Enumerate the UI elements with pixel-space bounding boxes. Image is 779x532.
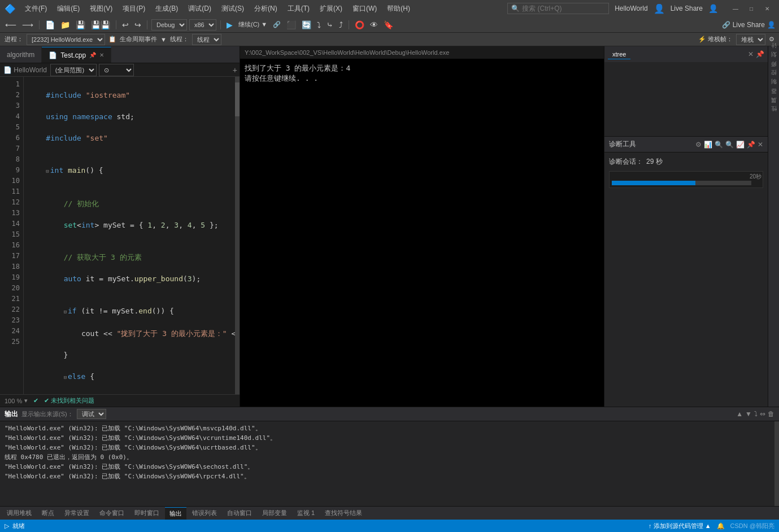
output-clear-btn[interactable]: 🗑 <box>768 410 774 418</box>
save-btn[interactable]: 💾 <box>74 19 87 30</box>
live-share-label[interactable]: Live Share <box>671 5 703 12</box>
bookmark-btn[interactable]: 🔖 <box>382 19 395 30</box>
xtree-close-btn[interactable]: ✕ <box>748 50 754 58</box>
diag-mem-btn[interactable]: 🔍 <box>715 141 723 149</box>
tab-find-symbol[interactable]: 查找符号结果 <box>320 507 367 520</box>
diag-settings-btn[interactable]: ⚙ <box>695 141 702 149</box>
menu-extensions[interactable]: 扩展(X) <box>315 3 347 15</box>
title-bar: 🔷 文件(F) 编辑(E) 视图(V) 项目(P) 生成(B) 调试(D) 测试… <box>0 0 779 17</box>
output-jump-btn[interactable]: ⤵ <box>754 410 758 418</box>
zoom-indicator[interactable]: 100 % ▾ <box>5 397 28 404</box>
menu-edit[interactable]: 编辑(E) <box>53 3 84 15</box>
right-tab-5[interactable]: 制 <box>769 85 779 94</box>
source-control-label[interactable]: ↑ 添加到源代码管理 ▲ <box>649 522 711 530</box>
new-file-btn[interactable]: 📄 <box>43 19 56 30</box>
tab-close-button[interactable]: ✕ <box>99 52 104 58</box>
xtree-pin-btn[interactable]: 📌 <box>756 50 764 58</box>
continue-btn[interactable]: 继续(C) ▼ <box>237 19 269 30</box>
stop-btn[interactable]: ⬛ <box>285 19 298 30</box>
diag-search-btn[interactable]: 🔍 <box>725 141 734 149</box>
save-all-btn[interactable]: 💾💾 <box>89 19 112 30</box>
menu-file[interactable]: 文件(F) <box>20 3 51 15</box>
output-wrap-btn[interactable]: ⇔ <box>760 410 765 418</box>
right-tab-7[interactable]: 属 <box>769 103 779 112</box>
diag-close-btn[interactable]: ✕ <box>758 141 763 149</box>
xtree-tab[interactable]: xtree <box>608 50 630 59</box>
thread-dropdown[interactable]: 线程 <box>192 34 221 45</box>
tab-command-window[interactable]: 命令窗口 <box>95 507 129 520</box>
right-tab-4[interactable]: 控 <box>769 76 779 85</box>
tab-immediate-window[interactable]: 即时窗口 <box>130 507 164 520</box>
restart-btn[interactable]: 🔄 <box>300 19 313 30</box>
live-share-button[interactable]: 🔗 Live Share 👤 <box>722 21 776 29</box>
step-out-btn[interactable]: ⤴ <box>337 19 345 30</box>
add-panel-button[interactable]: + <box>233 66 237 75</box>
redo-btn[interactable]: ↪ <box>133 19 143 30</box>
output-scrollbar[interactable] <box>774 421 779 506</box>
search-input[interactable] <box>522 5 601 12</box>
tab-algorithm[interactable]: algorithm <box>0 47 42 63</box>
back-btn[interactable]: ⟵ <box>3 19 18 30</box>
right-tab-6[interactable]: 器 <box>769 94 779 103</box>
debug-config-dropdown[interactable]: Debug <box>151 19 187 30</box>
menu-debug[interactable]: 调试(D) <box>184 3 216 15</box>
tab-callstack[interactable]: 调用堆栈 <box>2 507 36 520</box>
function-dropdown[interactable]: ⊙ main() <box>99 64 134 76</box>
output-source-dropdown[interactable]: 调试 <box>77 409 106 419</box>
window-controls: — □ ✕ <box>728 3 774 14</box>
stack-dropdown[interactable]: 堆栈 <box>736 34 765 45</box>
scope-dropdown[interactable]: (全局范围) <box>50 64 97 76</box>
close-button[interactable]: ✕ <box>760 3 774 14</box>
live-share-toolbar-icon: 🔗 <box>722 21 730 29</box>
process-dropdown[interactable]: [2232] HelloWorld.exe <box>27 34 105 45</box>
tab-pin-icon: 📌 <box>89 52 96 58</box>
maximize-button[interactable]: □ <box>744 3 759 14</box>
output-down-btn[interactable]: ▼ <box>745 410 752 418</box>
tab-output[interactable]: 输出 <box>165 507 186 520</box>
breakpoint-btn[interactable]: ⭕ <box>353 19 366 30</box>
account-icon[interactable]: 👤 <box>708 4 718 13</box>
status-icon: ▷ <box>5 522 9 530</box>
diag-cpu-btn[interactable]: 📊 <box>704 141 712 149</box>
tab-error-list[interactable]: 错误列表 <box>188 507 221 520</box>
step-over-btn[interactable]: ⤵ <box>315 19 323 30</box>
code-content[interactable]: #include "iostream" using namespace std;… <box>24 77 235 394</box>
tab-locals[interactable]: 局部变量 <box>258 507 291 520</box>
right-tab-2[interactable]: 划 <box>769 58 779 67</box>
title-bar-right: 🔍 HelloWorld 👤 Live Share 👤 — □ ✕ <box>507 3 774 14</box>
menu-help[interactable]: 帮助(H) <box>382 3 415 15</box>
notification-bell-icon[interactable]: 🔔 <box>717 522 725 530</box>
search-box[interactable]: 🔍 <box>507 3 609 14</box>
tab-exception-settings[interactable]: 异常设置 <box>60 507 94 520</box>
menu-analyze[interactable]: 分析(N) <box>250 3 282 15</box>
menu-test[interactable]: 测试(S) <box>217 3 249 15</box>
forward-btn[interactable]: ⟶ <box>20 19 35 30</box>
diag-pin-btn[interactable]: 📌 <box>747 141 755 149</box>
right-tab-1[interactable]: 计 <box>769 49 779 58</box>
open-btn[interactable]: 📁 <box>59 19 72 30</box>
editor-header: 📄 HelloWorld (全局范围) ⊙ main() + <box>0 63 240 77</box>
right-tab-3[interactable]: 师 <box>769 67 779 76</box>
menu-view[interactable]: 视图(V) <box>85 3 117 15</box>
undo-btn[interactable]: ↩ <box>120 19 130 30</box>
right-tab-8[interactable]: 性 <box>769 112 779 121</box>
tab-breakpoints[interactable]: 断点 <box>37 507 59 520</box>
tab-watch1[interactable]: 监视 1 <box>293 507 319 520</box>
editor-scrollbar[interactable] <box>235 77 240 394</box>
tab-test-cpp[interactable]: 📄 Test.cpp 📌 ✕ <box>42 47 111 63</box>
watch-btn[interactable]: 👁 <box>368 19 380 30</box>
diag-chart-btn[interactable]: 📈 <box>736 141 745 149</box>
platform-dropdown[interactable]: x86 <box>189 19 216 30</box>
output-up-btn[interactable]: ▲ <box>736 410 743 418</box>
menu-window[interactable]: 窗口(W) <box>348 3 381 15</box>
minimize-button[interactable]: — <box>728 3 743 14</box>
menu-tools[interactable]: 工具(T) <box>283 3 314 15</box>
step-into-btn[interactable]: ⤷ <box>325 19 335 30</box>
play-btn[interactable]: ▶ <box>225 19 234 30</box>
menu-project[interactable]: 项目(P) <box>118 3 150 15</box>
status-left: ▷ 就绪 <box>5 522 25 530</box>
menu-build[interactable]: 生成(B) <box>151 3 182 15</box>
attach-btn[interactable]: 🔗 <box>271 20 282 29</box>
tab-auto-window[interactable]: 自动窗口 <box>223 507 256 520</box>
menu-bar[interactable]: 文件(F) 编辑(E) 视图(V) 项目(P) 生成(B) 调试(D) 测试(S… <box>20 3 415 15</box>
